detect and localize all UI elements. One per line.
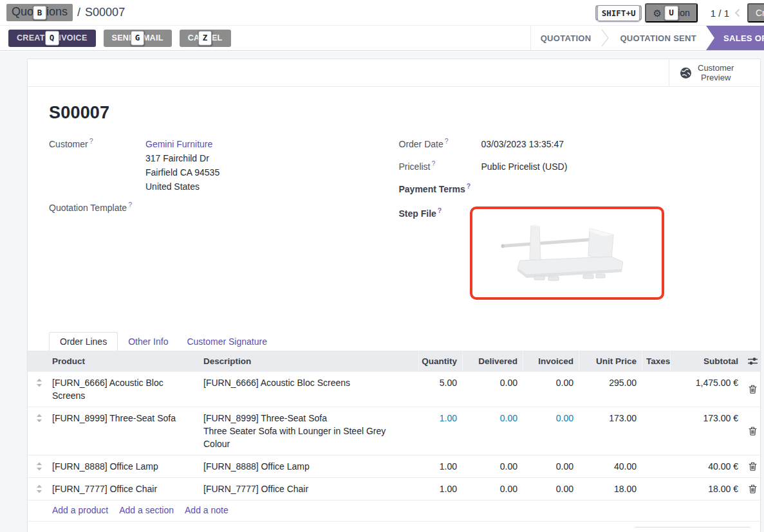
table-row[interactable]: [FURN_7777] Office Chair[FURN_7777] Offi… (28, 478, 760, 500)
delivered-cell[interactable]: 0.00 (462, 478, 523, 500)
order-lines-header: Product Description Quantity Delivered I… (28, 351, 760, 372)
description-cell[interactable]: [FURN_7777] Office Chair (203, 478, 418, 500)
customer-link[interactable]: Gemini Furniture (145, 139, 212, 149)
tab-customer-signature[interactable]: Customer Signature (178, 333, 275, 351)
breadcrumb-section[interactable]: Quotations B (6, 4, 73, 21)
product-cell[interactable]: [FURN_8888] Office Lamp (51, 455, 203, 477)
column-header-product[interactable]: Product (51, 351, 203, 372)
tab-other-info[interactable]: Other Info (120, 333, 176, 351)
subtotal-cell[interactable]: 40.00 € (670, 455, 743, 477)
taxes-cell[interactable] (642, 478, 670, 500)
breadcrumb-record: S00007 (85, 6, 125, 19)
customer-field-value: Gemini Furniture 317 Fairchild DrFairfie… (145, 137, 219, 194)
quantity-cell[interactable]: 1.00 (418, 407, 462, 455)
optional-columns-button[interactable] (743, 351, 761, 372)
invoiced-cell[interactable]: 0.00 (523, 407, 579, 455)
step-file-image[interactable] (470, 206, 664, 300)
tab-order-lines[interactable]: Order Lines (49, 332, 118, 351)
invoiced-cell[interactable]: 0.00 (523, 372, 579, 407)
table-row[interactable]: [FURN_6666] Acoustic Bloc Screens[FURN_6… (28, 372, 760, 407)
order-date-value[interactable]: 03/03/2023 13:35:47 (481, 137, 564, 151)
unit-price-cell[interactable]: 295.00 (579, 372, 642, 407)
unit-price-cell[interactable]: 40.00 (579, 455, 642, 477)
description-cell[interactable]: [FURN_8888] Office Lamp (203, 455, 418, 477)
quantity-cell[interactable]: 1.00 (418, 455, 462, 477)
add-a-product-link[interactable]: Add a product (52, 505, 108, 515)
customer-preview-button[interactable]: Customer Preview (669, 59, 760, 86)
statusbar-separator-icon (601, 26, 610, 50)
pricelist-value[interactable]: Public Pricelist (USD) (481, 160, 568, 174)
shift-hint-target[interactable]: SHIFT+U (595, 5, 642, 21)
description-cell[interactable]: [FURN_6666] Acoustic Bloc Screens (203, 372, 418, 407)
row-actions[interactable] (743, 407, 761, 455)
customer-address: 317 Fairchild DrFairfield CA 94535United… (145, 151, 219, 194)
row-actions[interactable] (743, 372, 761, 407)
quotation-template-label: Quotation Template? (49, 201, 145, 213)
delete-row-icon[interactable] (749, 484, 757, 493)
field-column-left: Customer? Gemini Furniture 317 Fairchild… (49, 137, 389, 308)
delivered-cell[interactable]: 0.00 (462, 372, 523, 407)
keyboard-hint-badge: Q (45, 31, 59, 46)
drag-handle[interactable] (28, 407, 51, 455)
action-bar: CREATE INVOICE Q SEND EMAIL G CANCEL Z Q… (0, 26, 764, 51)
notebook: Order LinesOther InfoCustomer Signature … (28, 331, 760, 522)
table-row[interactable]: [FURN_8888] Office Lamp[FURN_8888] Offic… (28, 455, 760, 478)
delivered-cell[interactable]: 0.00 (462, 407, 523, 455)
delivered-cell[interactable]: 0.00 (462, 455, 523, 477)
product-cell[interactable]: [FURN_7777] Office Chair (51, 478, 203, 500)
customer-address-line: Fairfield CA 94535 (145, 165, 219, 179)
taxes-cell[interactable] (642, 407, 670, 455)
sheet-bottom: Terms and conditions... Total: 1,706.00 … (28, 522, 760, 532)
unit-price-cell[interactable]: 18.00 (579, 478, 642, 500)
quantity-cell[interactable]: 1.00 (418, 478, 462, 500)
create-invoice-button[interactable]: CREATE INVOICE Q (8, 30, 96, 47)
statusbar-stage-label: QUOTATION SENT (620, 33, 696, 43)
add-a-note-link[interactable]: Add a note (185, 505, 228, 515)
row-actions[interactable] (743, 478, 761, 500)
row-actions[interactable] (743, 455, 761, 477)
column-header-description[interactable]: Description (203, 351, 418, 372)
drag-handle[interactable] (28, 478, 51, 500)
drag-handle[interactable] (28, 372, 51, 407)
column-header-taxes[interactable]: Taxes (642, 351, 670, 372)
field-group: Customer? Gemini Furniture 317 Fairchild… (28, 137, 760, 308)
column-header-delivered[interactable]: Delivered (462, 351, 523, 372)
cancel-button[interactable]: CANCEL Z (180, 30, 231, 47)
subtotal-cell[interactable]: 18.00 € (670, 478, 743, 500)
quantity-cell[interactable]: 5.00 (418, 372, 462, 407)
send-email-button[interactable]: SEND EMAIL G (104, 30, 172, 47)
subtotal-cell[interactable]: 1,475.00 € (670, 372, 743, 407)
statusbar-stage[interactable]: QUOTATION SENT (610, 26, 706, 50)
product-cell[interactable]: [FURN_6666] Acoustic Bloc Screens (51, 372, 203, 407)
column-header-quantity[interactable]: Quantity (418, 351, 462, 372)
column-header-unit-price[interactable]: Unit Price (579, 351, 642, 372)
delete-row-icon[interactable] (749, 462, 757, 471)
invoiced-cell[interactable]: 0.00 (523, 478, 579, 500)
invoiced-cell[interactable]: 0.00 (523, 455, 579, 477)
taxes-cell[interactable] (642, 372, 670, 407)
statusbar-stage[interactable]: SALES ORDER (706, 26, 764, 50)
product-cell[interactable]: [FURN_8999] Three-Seat Sofa (51, 407, 203, 455)
create-button[interactable]: Create (747, 3, 764, 23)
record-pager: 1 / 1 (711, 8, 729, 19)
optional-columns-icon (747, 356, 758, 366)
taxes-cell[interactable] (642, 455, 670, 477)
unit-price-cell[interactable]: 173.00 (579, 407, 642, 455)
column-header-subtotal[interactable]: Subtotal (670, 351, 743, 372)
pager-previous-icon[interactable] (734, 8, 740, 17)
subtotal-cell[interactable]: 173.00 € (670, 407, 743, 455)
order-lines-body: [FURN_6666] Acoustic Bloc Screens[FURN_6… (28, 372, 760, 500)
table-row[interactable]: [FURN_8999] Three-Seat Sofa[FURN_8999] T… (28, 407, 760, 455)
action-menu-button[interactable]: ⚙ Action U (645, 3, 697, 23)
description-cell[interactable]: [FURN_8999] Three-Seat SofaThree Seater … (203, 407, 418, 455)
delete-row-icon[interactable] (749, 427, 757, 436)
handle-column-header (28, 351, 51, 372)
gear-icon: ⚙ (653, 8, 661, 18)
statusbar-stage[interactable]: QUOTATION (531, 26, 601, 50)
customer-address-line: United States (145, 179, 219, 194)
drag-handle[interactable] (28, 455, 51, 477)
column-header-invoiced[interactable]: Invoiced (523, 351, 579, 372)
add-a-section-link[interactable]: Add a section (119, 505, 174, 515)
page-title: S00007 (28, 103, 760, 123)
delete-row-icon[interactable] (749, 385, 757, 394)
